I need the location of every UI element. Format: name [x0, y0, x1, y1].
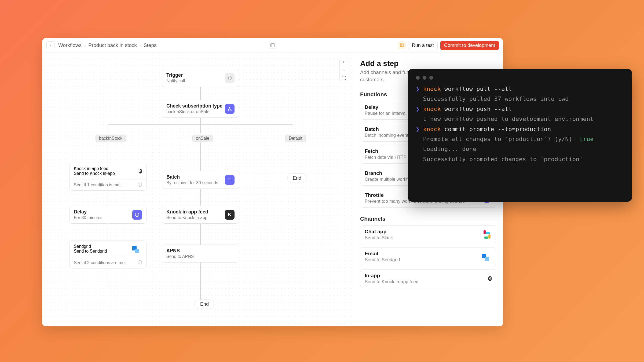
fit-screen-button[interactable]: ⛶ [340, 74, 348, 82]
zoom-controls: + − ⛶ [339, 58, 348, 82]
breadcrumb-item[interactable]: Product back in stock [88, 42, 137, 48]
svg-rect-1 [271, 44, 272, 47]
sendgrid-icon [132, 244, 142, 254]
knock-icon: K [139, 169, 142, 173]
list-icon [225, 175, 235, 185]
plus-icon: + [342, 60, 345, 64]
knock-icon: K [488, 276, 492, 281]
svg-point-13 [228, 110, 229, 111]
option-chat-app[interactable]: Chat appSend to Slack [360, 225, 496, 244]
breadcrumb-item[interactable]: Steps [144, 42, 157, 48]
node-condition: Sent if 1 condition is met ⓘ [69, 179, 146, 190]
node-trigger[interactable]: Trigger Notify call [162, 69, 239, 87]
chevron-left-icon: ‹ [50, 43, 51, 47]
node-subtitle: Send to Sendgrid [74, 249, 132, 254]
node-title: Knock in-app feed [74, 166, 139, 171]
node-title: Check subscription type [166, 103, 225, 109]
node-knock-feed[interactable]: Knock in-app feed Send to Knock in-app K… [69, 163, 147, 191]
node-subtitle: Send to APNS [166, 254, 225, 259]
header: ‹ Workflows › Product back in stock › St… [42, 38, 503, 53]
node-subtitle: Send to Knock in-app [74, 171, 139, 176]
breadcrumb-item[interactable]: Workflows [58, 42, 82, 48]
svg-point-12 [229, 107, 230, 108]
panel-toggle-button[interactable] [269, 42, 276, 49]
node-condition: Sent if 2 conditions are met ⓘ [69, 257, 146, 268]
zoom-out-button[interactable]: − [340, 66, 348, 74]
dev-badge-icon [400, 43, 404, 47]
option-in-app[interactable]: In-appSend to Knock in-app feed K [360, 269, 496, 288]
node-batch[interactable]: Batch By recipient for 30 seconds [162, 171, 239, 189]
node-end[interactable]: End [195, 300, 214, 309]
node-subtitle: By recipient for 30 seconds [166, 180, 225, 185]
node-delay[interactable]: Delay For 30 minutes [69, 206, 147, 224]
node-end[interactable]: End [287, 173, 307, 183]
chevron-right-icon: › [140, 43, 141, 48]
node-title: APNS [166, 248, 225, 254]
sidebar-title: Add a step [360, 59, 496, 68]
sendgrid-icon [482, 252, 492, 261]
node-sendgrid[interactable]: Sendgrid Send to Sendgrid Sent if 2 cond… [69, 241, 147, 268]
commit-button[interactable]: Commit to development [440, 41, 499, 50]
clock-icon [132, 210, 142, 220]
apple-icon [225, 249, 235, 258]
node-knock-feed[interactable]: Knock in-app feed Send to Knock in-app K [162, 206, 239, 224]
info-icon[interactable]: ⓘ [138, 260, 142, 265]
node-subtitle: backInStock or onSale [166, 109, 225, 114]
knock-icon: K [225, 210, 235, 220]
node-check-subscription[interactable]: Check subscription type backInStock or o… [162, 100, 239, 118]
section-title-channels: Channels [360, 216, 496, 222]
branch-tag[interactable]: Default [285, 135, 306, 142]
code-icon [225, 73, 235, 83]
breadcrumb: Workflows › Product back in stock › Step… [58, 42, 156, 48]
status-badge[interactable] [398, 42, 405, 49]
back-button[interactable]: ‹ [46, 41, 54, 49]
node-subtitle: For 30 minutes [74, 215, 132, 220]
branch-tag[interactable]: onSale [192, 135, 213, 142]
info-icon[interactable]: ⓘ [138, 182, 142, 188]
branch-icon [225, 104, 235, 114]
slack-icon [482, 230, 492, 239]
node-title: Sendgrid [74, 244, 132, 249]
node-title: Delay [74, 209, 132, 215]
node-title: Batch [166, 174, 225, 180]
workflow-canvas[interactable]: + − ⛶ Trigger Notify call Check subscrip… [42, 53, 353, 326]
node-title: Knock in-app feed [166, 209, 225, 215]
svg-point-14 [230, 110, 232, 111]
branch-tag[interactable]: backInStock [96, 135, 126, 142]
chevron-right-icon: › [84, 43, 86, 48]
window-traffic-lights [416, 76, 624, 80]
terminal-body: ❯ knock workflow pull --all Successfully… [416, 84, 624, 164]
option-email[interactable]: EmailSend to Sendgrid [360, 247, 496, 266]
node-subtitle: Send to Knock in-app [166, 215, 225, 220]
zoom-in-button[interactable]: + [340, 58, 348, 66]
sidebar-icon [270, 43, 275, 47]
terminal-window: ❯ knock workflow pull --all Successfully… [408, 69, 632, 202]
minus-icon: − [342, 68, 345, 73]
node-title: Trigger [166, 72, 225, 78]
node-apns[interactable]: APNS Send to APNS [162, 245, 239, 263]
node-subtitle: Notify call [166, 79, 225, 83]
expand-icon: ⛶ [342, 76, 346, 81]
run-test-button[interactable]: Run a test [408, 41, 438, 50]
